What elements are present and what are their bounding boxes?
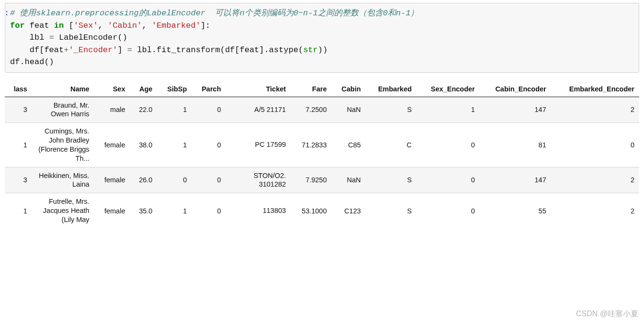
- code-text: lbl: [10, 33, 49, 42]
- cell: 1: [157, 97, 192, 123]
- cell: 1: [157, 123, 192, 167]
- col-sex: Sex: [94, 81, 130, 97]
- cell: female: [94, 123, 130, 167]
- cell: 3: [5, 167, 32, 193]
- cell: 7.9250: [291, 167, 331, 193]
- str: '_Encoder': [68, 45, 117, 55]
- cell: 1: [5, 123, 32, 167]
- code-comment: # 使用sklearn.preprocessing的LabelEncoder 可…: [10, 9, 418, 18]
- table-row: 1 Cumings, Mrs. John Bradley (Florence B…: [5, 123, 639, 167]
- cell: 1: [5, 193, 32, 228]
- cell: STON/O2. 3101282: [226, 167, 291, 193]
- col-fare: Fare: [291, 81, 331, 97]
- op: =: [127, 45, 132, 55]
- cell: A/5 21171: [226, 97, 291, 123]
- table-row: 3 Heikkinen, Miss. Laina female 26.0 0 0…: [5, 167, 639, 193]
- builtin: str: [303, 45, 318, 55]
- col-embarked-encoder: Embarked_Encoder: [551, 81, 639, 97]
- table-head: lass Name Sex Age SibSp Parch Ticket Far…: [5, 81, 639, 97]
- cell: 0: [417, 123, 480, 167]
- table-row: 1 Futrelle, Mrs. Jacques Heath (Lily May…: [5, 193, 639, 228]
- cell: 0: [417, 193, 480, 228]
- cell: 0: [157, 167, 192, 193]
- cell: 0: [192, 193, 226, 228]
- cell: Braund, Mr. Owen Harris: [32, 97, 94, 123]
- cell: Heikkinen, Miss. Laina: [32, 167, 94, 193]
- col-name: Name: [32, 81, 94, 97]
- cell: 1: [157, 193, 192, 228]
- str: 'Cabin': [108, 21, 142, 30]
- cell: 71.2833: [291, 123, 331, 167]
- cell: C: [366, 123, 417, 167]
- code-text: LabelEncoder(): [54, 33, 127, 42]
- code-text: df.head(): [10, 57, 54, 67]
- cell: 0: [192, 97, 226, 123]
- col-embarked: Embarked: [366, 81, 417, 97]
- op: =: [49, 33, 54, 42]
- cell: 2: [551, 193, 639, 228]
- col-parch: Parch: [192, 81, 226, 97]
- code-text: df[feat: [10, 45, 64, 55]
- cell: 2: [551, 97, 639, 123]
- code-text: )): [318, 45, 328, 55]
- cell: 55: [480, 193, 551, 228]
- cell: Cumings, Mrs. John Bradley (Florence Bri…: [32, 123, 94, 167]
- cell: 38.0: [130, 123, 157, 167]
- output-dataframe: lass Name Sex Age SibSp Parch Ticket Far…: [5, 81, 639, 228]
- code-text: [: [64, 21, 73, 30]
- cell: female: [94, 167, 130, 193]
- table-body: 3 Braund, Mr. Owen Harris male 22.0 1 0 …: [5, 97, 639, 228]
- cell: 3: [5, 97, 32, 123]
- cell: S: [366, 97, 417, 123]
- col-cabin-encoder: Cabin_Encoder: [480, 81, 551, 97]
- cell: 147: [480, 97, 551, 123]
- code-text: lbl.fit_transform(df[feat].astype(: [132, 45, 303, 55]
- code-text: ]:: [201, 21, 210, 30]
- cell: 35.0: [130, 193, 157, 228]
- prompt-colon: :: [5, 7, 9, 20]
- cell: PC 17599: [226, 123, 291, 167]
- cell: C123: [331, 193, 365, 228]
- col-cabin: Cabin: [331, 81, 365, 97]
- kw-for: for: [10, 21, 25, 30]
- cell: 147: [480, 167, 551, 193]
- str: 'Sex': [74, 21, 98, 30]
- cell: 0: [192, 123, 226, 167]
- op: +: [64, 45, 68, 55]
- str: 'Embarked': [152, 21, 201, 30]
- cell: 7.2500: [291, 97, 331, 123]
- cell: NaN: [331, 167, 365, 193]
- col-age: Age: [130, 81, 157, 97]
- cell: male: [94, 97, 130, 123]
- col-sex-encoder: Sex_Encoder: [417, 81, 480, 97]
- cell: 26.0: [130, 167, 157, 193]
- cell: 1: [417, 97, 480, 123]
- table-row: 3 Braund, Mr. Owen Harris male 22.0 1 0 …: [5, 97, 639, 123]
- code-cell[interactable]: :# 使用sklearn.preprocessing的LabelEncoder …: [5, 3, 639, 73]
- cell: female: [94, 193, 130, 228]
- cell: 2: [551, 167, 639, 193]
- cell: NaN: [331, 97, 365, 123]
- dataframe-table: lass Name Sex Age SibSp Parch Ticket Far…: [5, 81, 639, 228]
- code-text: ,: [142, 21, 151, 30]
- cell: 0: [417, 167, 480, 193]
- cell: S: [366, 193, 417, 228]
- code-text: ,: [98, 21, 108, 30]
- cell: 81: [480, 123, 551, 167]
- cell: S: [366, 167, 417, 193]
- code-text: feat: [25, 21, 54, 30]
- cell: C85: [331, 123, 365, 167]
- cell: 0: [192, 167, 226, 193]
- col-lass: lass: [5, 81, 32, 97]
- col-ticket: Ticket: [226, 81, 291, 97]
- header-row: lass Name Sex Age SibSp Parch Ticket Far…: [5, 81, 639, 97]
- cell: 0: [551, 123, 639, 167]
- cell: 113803: [226, 193, 291, 228]
- code-text: ]: [117, 45, 127, 55]
- col-sibsp: SibSp: [157, 81, 192, 97]
- kw-in: in: [54, 21, 64, 30]
- cell: 22.0: [130, 97, 157, 123]
- cell: Futrelle, Mrs. Jacques Heath (Lily May: [32, 193, 94, 228]
- cell: 53.1000: [291, 193, 331, 228]
